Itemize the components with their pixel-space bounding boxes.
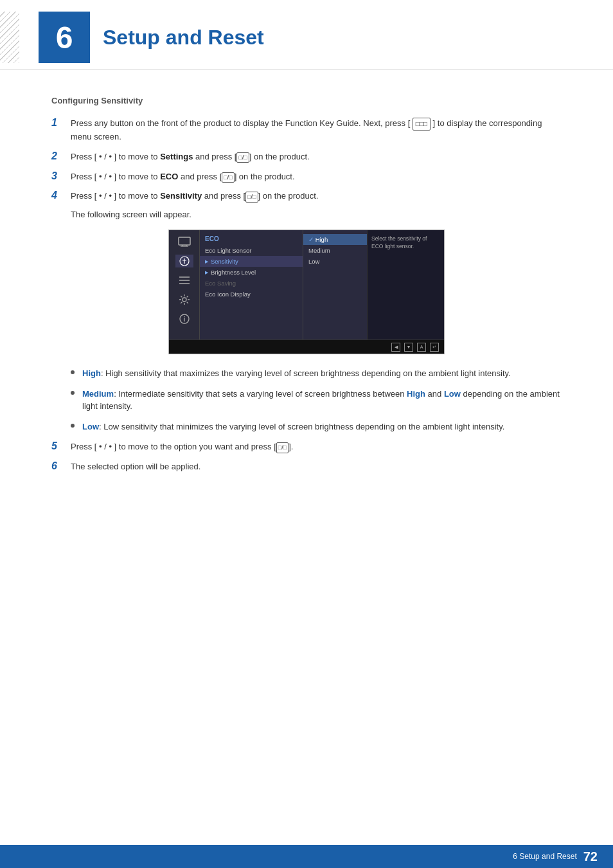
step-1-number: 1 [51, 117, 71, 129]
header-decoration [0, 12, 19, 63]
step-4-sub: The following screen will appear. [71, 210, 562, 219]
step-4-number: 4 [51, 190, 71, 201]
monitor-hint: Select the sensitivity of ECO light sens… [367, 230, 431, 339]
bottom-icon-enter: ↵ [430, 343, 439, 352]
submenu-low: Low [303, 256, 367, 267]
menu-item-eco-light: Eco Light Sensor [200, 245, 303, 256]
bullet-medium: Medium: Intermediate sensitivity that se… [71, 388, 562, 413]
footer-label: 6 Setup and Reset [513, 852, 576, 861]
main-content: Configuring Sensitivity 1 Press any butt… [0, 70, 613, 506]
step-5-text: Press [ • / • ] to move to the option yo… [71, 440, 293, 454]
submenu-high: High [303, 234, 367, 245]
menu-title: ECO [200, 234, 303, 245]
svg-rect-0 [179, 237, 190, 245]
step-2-number: 2 [51, 150, 71, 162]
bottom-icon-A: A [417, 343, 426, 352]
monitor-bottom-bar: ◀ ▼ A ↵ [169, 339, 444, 354]
steps-list: 1 Press any button on the front of the p… [51, 117, 562, 219]
chapter-number: 6 [56, 20, 73, 55]
bullet-dot-medium [71, 391, 75, 395]
monitor-inner: i ECO Eco Light Sensor Sensitivity Brigh… [169, 230, 444, 339]
monitor-submenu: High Medium Low [303, 230, 367, 339]
bullet-high-text: High: High sensitivity that maximizes th… [82, 367, 511, 380]
monitor-menu: ECO Eco Light Sensor Sensitivity Brightn… [200, 230, 303, 339]
bullet-list: High: High sensitivity that maximizes th… [71, 367, 562, 433]
step-1: 1 Press any button on the front of the p… [51, 117, 562, 144]
step-4: 4 Press [ • / • ] to move to Sensitivity… [51, 190, 562, 203]
step-2-text: Press [ • / • ] to move to Settings and … [71, 150, 310, 164]
step-3-text: Press [ • / • ] to move to ECO and press… [71, 170, 295, 184]
step-4-text: Press [ • / • ] to move to Sensitivity a… [71, 190, 318, 203]
page-header: 6 Setup and Reset [0, 0, 613, 70]
page-footer: 6 Setup and Reset 72 [0, 845, 613, 868]
svg-text:i: i [183, 316, 185, 323]
step-5: 5 Press [ • / • ] to move to the option … [51, 440, 562, 454]
menu-item-brightness: Brightness Level [200, 267, 303, 278]
bottom-icon-back: ◀ [391, 343, 400, 352]
bottom-icon-nav: ▼ [404, 343, 413, 352]
step-1-text: Press any button on the front of the pro… [71, 117, 562, 144]
section-title: Configuring Sensitivity [51, 96, 562, 105]
chapter-badge: 6 [39, 12, 90, 63]
sidebar-icon-settings [175, 293, 193, 306]
step-6-number: 6 [51, 460, 71, 472]
bullet-low: Low: Low sensitivity that minimizes the … [71, 420, 562, 433]
sidebar-icon-menu [175, 274, 193, 287]
step-5-number: 5 [51, 440, 71, 452]
step-3-number: 3 [51, 170, 71, 182]
bullet-medium-text: Medium: Intermediate sensitivity that se… [82, 388, 562, 413]
svg-point-7 [182, 298, 186, 302]
step-3: 3 Press [ • / • ] to move to ECO and pre… [51, 170, 562, 184]
bullet-low-text: Low: Low sensitivity that minimizes the … [82, 420, 504, 433]
footer-page: 72 [583, 849, 598, 864]
bullet-dot-low [71, 424, 75, 428]
menu-item-sensitivity: Sensitivity [200, 256, 303, 267]
sidebar-icon-info: i [175, 312, 193, 325]
chapter-title: Setup and Reset [103, 26, 264, 50]
sidebar-icon-monitor [175, 235, 193, 248]
step-6-text: The selected option will be applied. [71, 460, 200, 474]
monitor-screenshot: i ECO Eco Light Sensor Sensitivity Brigh… [168, 230, 445, 354]
menu-item-eco-icon: Eco Icon Display [200, 289, 303, 300]
monitor-sidebar: i [169, 230, 200, 339]
menu-item-eco-saving: Eco Saving [200, 278, 303, 289]
step-6: 6 The selected option will be applied. [51, 460, 562, 474]
submenu-medium: Medium [303, 245, 367, 256]
bullet-high: High: High sensitivity that maximizes th… [71, 367, 562, 380]
bullet-dot-high [71, 370, 75, 374]
step-2: 2 Press [ • / • ] to move to Settings an… [51, 150, 562, 164]
sidebar-icon-eco [175, 255, 193, 267]
